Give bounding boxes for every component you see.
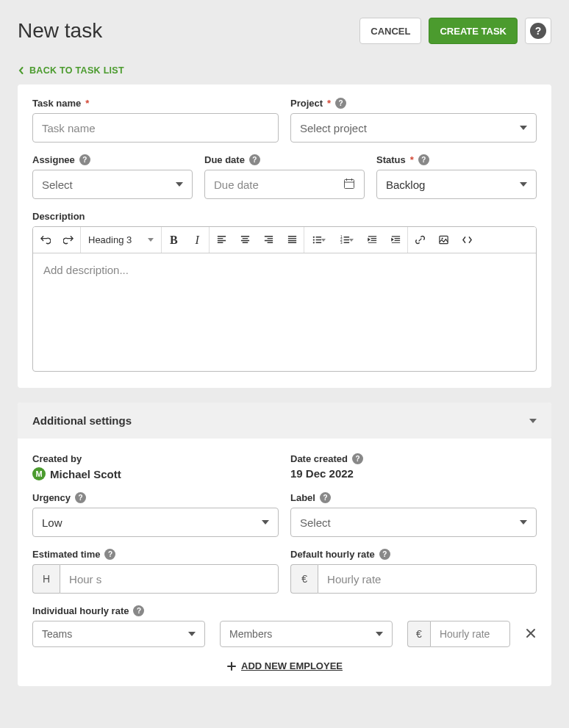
question-icon: ? bbox=[530, 23, 546, 39]
chevron-down-icon bbox=[321, 239, 326, 242]
chevron-down-icon bbox=[520, 126, 527, 130]
image-button[interactable] bbox=[432, 228, 455, 253]
bullet-list-button[interactable] bbox=[304, 228, 332, 253]
date-created-label: Date created ? bbox=[290, 453, 537, 464]
estimated-time-label: Estimated time ? bbox=[32, 549, 279, 560]
task-name-label: Task name* bbox=[32, 98, 279, 109]
status-label: Status* ? bbox=[376, 154, 537, 165]
default-rate-input[interactable]: Hourly rate bbox=[318, 564, 537, 594]
assignee-select[interactable]: Select bbox=[32, 170, 193, 199]
members-select[interactable]: Members bbox=[220, 621, 393, 647]
estimated-time-input[interactable]: Hour s bbox=[60, 564, 279, 594]
align-left-button[interactable] bbox=[210, 228, 233, 253]
svg-point-8 bbox=[441, 238, 443, 239]
svg-text:3: 3 bbox=[340, 241, 343, 245]
additional-settings-toggle[interactable]: Additional settings bbox=[18, 403, 551, 439]
info-icon[interactable]: ? bbox=[320, 492, 331, 503]
currency-prefix: € bbox=[290, 564, 318, 594]
add-new-employee-link[interactable]: ADD NEW EMPLOYEE bbox=[32, 660, 537, 671]
back-to-task-list-link[interactable]: BACK TO TASK LIST bbox=[18, 65, 124, 76]
status-select[interactable]: Backlog bbox=[376, 170, 537, 199]
description-label: Description bbox=[32, 211, 537, 222]
label-select[interactable]: Select bbox=[290, 508, 537, 537]
chevron-down-icon bbox=[188, 632, 196, 636]
info-icon[interactable]: ? bbox=[104, 549, 115, 560]
info-icon[interactable]: ? bbox=[249, 154, 260, 165]
due-date-label: Due date ? bbox=[204, 154, 365, 165]
create-task-button[interactable]: CREATE TASK bbox=[429, 18, 518, 44]
chevron-down-icon bbox=[176, 182, 183, 187]
chevron-down-icon bbox=[148, 238, 154, 242]
chevron-down-icon bbox=[376, 632, 383, 636]
chevron-down-icon bbox=[349, 239, 354, 242]
individual-rate-input[interactable]: Hourly rate bbox=[430, 621, 510, 647]
italic-button[interactable]: I bbox=[185, 228, 209, 253]
description-editor[interactable]: Add description... bbox=[33, 253, 536, 371]
editor-toolbar: Heading 3 B I 123 bbox=[33, 227, 536, 253]
redo-button[interactable] bbox=[57, 228, 80, 253]
info-icon[interactable]: ? bbox=[352, 453, 363, 464]
info-icon[interactable]: ? bbox=[133, 605, 144, 616]
individual-rate-label: Individual hourly rate ? bbox=[32, 605, 537, 616]
due-date-input[interactable]: Due date bbox=[204, 170, 365, 199]
svg-point-2 bbox=[312, 239, 314, 240]
link-button[interactable] bbox=[408, 228, 432, 253]
heading-style-select[interactable]: Heading 3 bbox=[81, 228, 161, 253]
code-button[interactable] bbox=[455, 228, 479, 253]
page-title: New task bbox=[18, 19, 102, 43]
project-label: Project* ? bbox=[290, 98, 537, 109]
svg-point-1 bbox=[312, 237, 314, 238]
chevron-down-icon bbox=[529, 419, 537, 423]
align-right-button[interactable] bbox=[257, 228, 280, 253]
project-select[interactable]: Select project bbox=[290, 113, 537, 143]
cancel-button[interactable]: CANCEL bbox=[359, 18, 421, 44]
info-icon[interactable]: ? bbox=[335, 98, 346, 109]
info-icon[interactable]: ? bbox=[418, 154, 429, 165]
bold-button[interactable]: B bbox=[162, 228, 185, 253]
outdent-button[interactable] bbox=[360, 228, 384, 253]
created-by-name: Michael Scott bbox=[50, 468, 121, 480]
assignee-label: Assignee ? bbox=[32, 154, 193, 165]
date-created-value: 19 Dec 2022 bbox=[290, 467, 537, 480]
close-icon bbox=[525, 627, 537, 639]
chevron-down-icon bbox=[520, 520, 527, 525]
hours-prefix: H bbox=[32, 564, 60, 594]
numbered-list-button[interactable]: 123 bbox=[332, 228, 360, 253]
plus-icon bbox=[226, 661, 237, 671]
default-rate-label: Default hourly rate ? bbox=[290, 549, 537, 560]
indent-button[interactable] bbox=[384, 228, 407, 253]
help-button[interactable]: ? bbox=[525, 18, 551, 44]
svg-point-3 bbox=[312, 242, 314, 243]
chevron-down-icon bbox=[262, 520, 269, 525]
remove-rate-button[interactable] bbox=[525, 627, 537, 641]
info-icon[interactable]: ? bbox=[79, 154, 90, 165]
align-center-button[interactable] bbox=[233, 228, 257, 253]
info-icon[interactable]: ? bbox=[75, 492, 86, 503]
label-field-label: Label ? bbox=[290, 492, 537, 503]
undo-button[interactable] bbox=[33, 228, 57, 253]
created-by-label: Created by bbox=[32, 453, 279, 464]
task-name-input[interactable]: Task name bbox=[32, 113, 279, 143]
avatar: M bbox=[32, 467, 46, 480]
svg-rect-0 bbox=[345, 179, 354, 188]
teams-select[interactable]: Teams bbox=[32, 621, 205, 647]
info-icon[interactable]: ? bbox=[379, 549, 390, 560]
urgency-label: Urgency ? bbox=[32, 492, 279, 503]
urgency-select[interactable]: Low bbox=[32, 508, 279, 537]
chevron-left-icon bbox=[18, 67, 25, 74]
align-justify-button[interactable] bbox=[280, 228, 304, 253]
currency-prefix: € bbox=[407, 621, 430, 647]
calendar-icon bbox=[343, 178, 355, 192]
chevron-down-icon bbox=[520, 182, 527, 187]
